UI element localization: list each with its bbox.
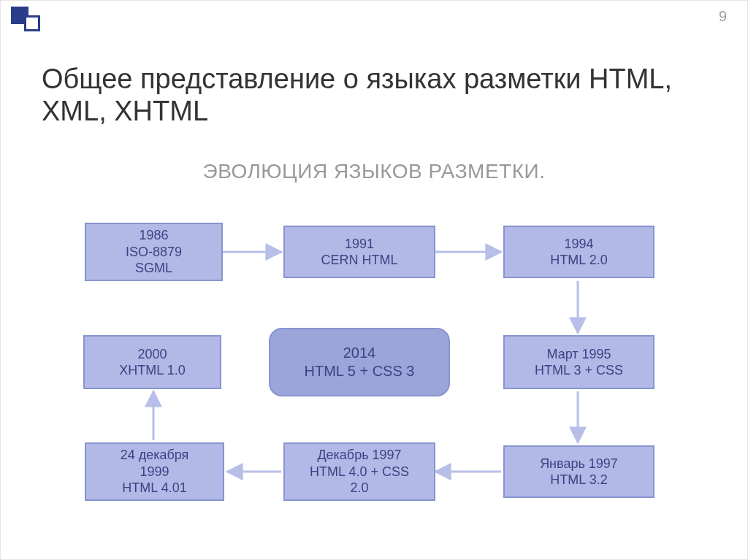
node-text: SGML [135, 261, 172, 275]
diagram-node-html40css2: Декабрь 1997 HTML 4.0 + CSS 2.0 [283, 442, 435, 501]
diagram-canvas: 1986 ISO-8879 SGML 1991 CERN HTML 1994 H… [1, 205, 748, 548]
node-text: HTML 4.0 + CSS [310, 464, 409, 479]
node-text: CERN HTML [321, 253, 397, 267]
node-text: XHTML 1.0 [119, 363, 185, 377]
node-text: 24 декабря [121, 448, 189, 462]
diagram-node-sgml: 1986 ISO-8879 SGML [85, 223, 223, 281]
diagram-node-html5: 2014 HTML 5 + CSS 3 [269, 328, 450, 396]
node-text: Декабрь 1997 [317, 448, 401, 462]
diagram-node-xhtml1: 2000 XHTML 1.0 [83, 335, 221, 389]
node-text: 2014 [343, 345, 376, 361]
node-text: 2.0 [350, 480, 368, 495]
node-text: 2000 [137, 347, 167, 361]
slide-subtitle: ЭВОЛЮЦИЯ ЯЗЫКОВ РАЗМЕТКИ. [1, 160, 747, 183]
diagram-node-html32: Январь 1997 HTML 3.2 [503, 445, 654, 498]
slide-title: Общее представление о языках разметки HT… [42, 64, 706, 127]
node-text: 1994 [564, 237, 593, 251]
node-text: HTML 4.01 [122, 480, 186, 495]
node-text: 1991 [345, 237, 374, 251]
node-text: HTML 3.2 [550, 472, 607, 487]
node-text: HTML 5 + CSS 3 [305, 363, 415, 379]
node-text: 1986 [139, 228, 168, 242]
node-text: HTML 3 + CSS [535, 363, 623, 377]
diagram-node-html401: 24 декабря 1999 HTML 4.01 [85, 442, 224, 501]
node-text: Январь 1997 [540, 456, 618, 471]
diagram-node-cern-html: 1991 CERN HTML [283, 226, 435, 278]
node-text: ISO-8879 [126, 245, 182, 259]
node-text: HTML 2.0 [550, 253, 607, 267]
node-text: Март 1995 [546, 347, 611, 361]
slide-logo-icon [11, 7, 43, 39]
slide: 9 Общее представление о языках разметки … [0, 0, 748, 560]
diagram-node-html2: 1994 HTML 2.0 [503, 226, 654, 278]
diagram-node-html3css: Март 1995 HTML 3 + CSS [503, 335, 654, 389]
node-text: 1999 [140, 464, 169, 479]
page-number: 9 [719, 8, 727, 25]
